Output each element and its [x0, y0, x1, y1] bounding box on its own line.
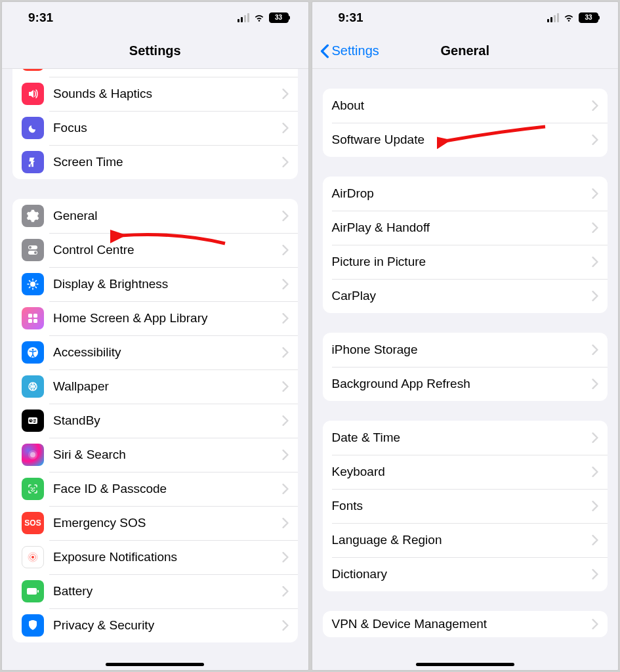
settings-row-homescreen[interactable]: Home Screen & App Library [12, 301, 298, 335]
gear-icon [22, 205, 44, 227]
sos-icon: SOS [22, 512, 44, 534]
chevron-right-icon [592, 135, 598, 145]
general-row[interactable]: Dictionary [323, 557, 608, 591]
settings-group: Date & TimeKeyboardFontsLanguage & Regio… [323, 421, 608, 591]
sounds-icon [22, 83, 44, 105]
settings-screen: 9:31 33 Settings Sounds & Haptics [1, 1, 309, 671]
row-label: Focus [53, 121, 282, 135]
chevron-right-icon [282, 123, 289, 133]
settings-row-sos[interactable]: SOSEmergency SOS [12, 506, 298, 540]
row-label: Wallpaper [53, 379, 282, 394]
row-label: AirPlay & Handoff [332, 220, 592, 235]
settings-row-control-centre[interactable]: Control Centre [12, 233, 298, 267]
svg-rect-12 [33, 319, 37, 323]
settings-row-standby[interactable]: StandBy [12, 404, 298, 438]
home-indicator[interactable] [106, 663, 204, 666]
row-label: Exposure Notifications [53, 550, 282, 564]
back-button[interactable]: Settings [320, 43, 379, 58]
svg-rect-22 [33, 421, 36, 421]
wallpaper-icon [22, 375, 44, 398]
settings-group: AirDropAirPlay & HandoffPicture in Pictu… [323, 177, 608, 313]
settings-row-display[interactable]: Display & Brightness [12, 267, 298, 301]
exposure-icon [22, 546, 44, 568]
row-label: CarPlay [332, 289, 592, 303]
display-icon [22, 273, 44, 295]
general-row[interactable]: AirDrop [323, 177, 608, 211]
row-label: Battery [53, 584, 282, 598]
chevron-right-icon [592, 379, 598, 389]
chevron-right-icon [282, 518, 289, 528]
status-bar: 9:31 33 [312, 2, 619, 33]
general-row[interactable]: About [323, 89, 608, 123]
wifi-icon [563, 13, 575, 22]
settings-row-battery[interactable]: Battery [12, 574, 298, 608]
chevron-right-icon [282, 89, 289, 99]
settings-row-accessibility[interactable]: Accessibility [12, 335, 298, 369]
row-label: AirDrop [332, 186, 592, 201]
row-label: Face ID & Passcode [53, 482, 282, 496]
settings-row-privacy[interactable]: Privacy & Security [12, 608, 298, 642]
general-row[interactable]: Background App Refresh [323, 367, 608, 401]
settings-list[interactable]: Sounds & Haptics Focus Screen Time Gene [2, 69, 308, 670]
svg-rect-32 [37, 590, 39, 593]
chevron-right-icon [282, 211, 289, 221]
chevron-right-icon [592, 100, 598, 111]
settings-row-gear[interactable]: General [12, 199, 298, 233]
row-label: Date & Time [332, 430, 592, 445]
settings-row-siri[interactable]: Siri & Search [12, 438, 298, 472]
focus-icon [22, 117, 44, 139]
svg-rect-11 [28, 319, 32, 323]
chevron-right-icon [282, 157, 289, 167]
general-list[interactable]: AboutSoftware Update AirDropAirPlay & Ha… [312, 69, 619, 670]
general-row[interactable]: iPhone Storage [323, 333, 608, 367]
row-label: Fonts [332, 499, 592, 513]
row-label: Picture in Picture [332, 255, 592, 269]
general-screen: 9:31 33 Settings General AboutSoftware U… [312, 1, 619, 671]
chevron-right-icon [282, 552, 289, 562]
row-label: Display & Brightness [53, 277, 282, 291]
general-row[interactable]: CarPlay [323, 279, 608, 313]
settings-row-faceid[interactable]: Face ID & Passcode [12, 472, 298, 506]
home-indicator[interactable] [416, 663, 514, 666]
row-label: Keyboard [332, 465, 592, 479]
settings-row-focus[interactable]: Focus [12, 111, 298, 145]
svg-point-28 [31, 556, 34, 558]
svg-point-25 [30, 452, 35, 457]
general-row[interactable]: Picture in Picture [323, 245, 608, 279]
homescreen-icon [22, 307, 44, 329]
svg-point-5 [29, 246, 31, 249]
settings-row[interactable] [12, 69, 298, 77]
general-row[interactable]: Date & Time [323, 421, 608, 455]
privacy-icon [22, 614, 44, 637]
general-row[interactable]: Keyboard [323, 455, 608, 489]
settings-group: AboutSoftware Update [323, 89, 608, 157]
chevron-right-icon [282, 245, 289, 255]
chevron-right-icon [282, 586, 289, 597]
chevron-right-icon [592, 569, 598, 579]
notifications-icon [22, 69, 44, 71]
row-label: Privacy & Security [53, 618, 282, 633]
row-label: Siri & Search [53, 448, 282, 462]
general-row[interactable]: Fonts [323, 489, 608, 523]
general-row[interactable]: VPN & Device Management [323, 611, 608, 637]
svg-point-27 [34, 488, 35, 489]
row-label: Emergency SOS [53, 516, 282, 530]
settings-row-exposure[interactable]: Exposure Notifications [12, 540, 298, 574]
chevron-right-icon [282, 415, 289, 426]
general-row[interactable]: AirPlay & Handoff [323, 211, 608, 245]
chevron-right-icon [592, 257, 598, 267]
settings-row-sounds[interactable]: Sounds & Haptics [12, 77, 298, 111]
row-label: Control Centre [53, 243, 282, 257]
svg-point-7 [34, 251, 37, 254]
battery-icon: 33 [269, 12, 289, 23]
general-row[interactable]: Software Update [323, 123, 608, 157]
settings-group: VPN & Device Management [323, 611, 608, 637]
page-title: Settings [129, 43, 181, 58]
chevron-right-icon [282, 450, 289, 460]
general-row[interactable]: Language & Region [323, 523, 608, 557]
svg-point-26 [31, 488, 32, 489]
settings-row-screentime[interactable]: Screen Time [12, 145, 298, 179]
status-bar: 9:31 33 [2, 2, 308, 33]
settings-row-wallpaper[interactable]: Wallpaper [12, 369, 298, 404]
battery-icon: 33 [579, 12, 598, 23]
